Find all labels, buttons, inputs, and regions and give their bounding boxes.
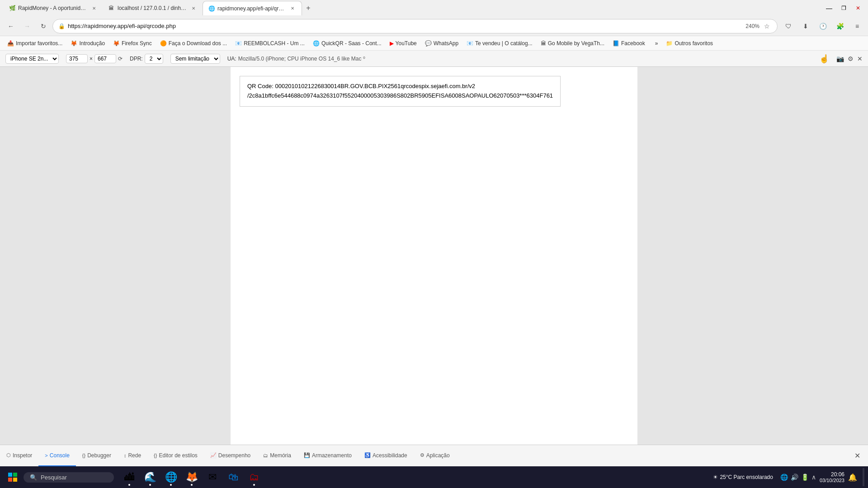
profile-button[interactable]: 🕐 [816, 19, 830, 33]
rotate-icon[interactable]: ⟳ [118, 56, 123, 62]
taskbar-sys-icons: 🌐 🔊 🔋 ∧ [780, 474, 816, 481]
notification-icon[interactable]: 🔔 [848, 473, 857, 482]
viewport-width[interactable] [66, 54, 88, 63]
devtools-tab-performance[interactable]: 📈 Desempenho [204, 445, 257, 466]
taskbar-clock[interactable]: 20:06 03/10/2023 [820, 471, 844, 483]
bookmark-facebook-icon: 📘 [613, 40, 619, 47]
touch-button[interactable]: ☝ [819, 54, 829, 64]
weather-text: 25°C Parc ensolarado [720, 474, 773, 480]
tab-2[interactable]: 🏛 localhost / 127.0.0.1 / dinheiro... ✕ [103, 1, 203, 15]
back-button[interactable]: ← [4, 19, 18, 33]
tab-3-close[interactable]: ✕ [289, 5, 296, 12]
tab-2-favicon: 🏛 [108, 5, 115, 11]
minimize-button[interactable]: — [823, 2, 835, 14]
viewport-size: × ⟳ [66, 54, 123, 63]
shield-button[interactable]: 🛡 [781, 19, 796, 33]
devtools-tab-debugger[interactable]: {} Debugger [76, 445, 118, 466]
devtools-tab-storage[interactable]: 💾 Armazenamento [297, 445, 358, 466]
bookmark-sync-label: Firefox Sync [122, 40, 152, 47]
bookmark-reembol-label: REEMBOLCASH - Um ... [244, 40, 305, 47]
taskbar-app-explorer[interactable]: 🏙 [119, 467, 139, 487]
new-tab-button[interactable]: + [302, 2, 315, 14]
devtools-tab-network[interactable]: ↕ Rede [118, 445, 147, 466]
devtools-tab-storage-label: Armazenamento [312, 452, 352, 459]
throttling-select[interactable]: Sem limitação [170, 54, 220, 64]
close-devtools-icon[interactable]: ✕ [857, 55, 863, 62]
taskbar-app-firefox[interactable]: 🦊 [182, 467, 202, 487]
devtools-close-button[interactable]: ✕ [850, 449, 864, 463]
tab-2-close[interactable]: ✕ [190, 5, 197, 12]
devtools-tab-application[interactable]: ⚙ Aplicação [414, 445, 456, 466]
screenshot-icon[interactable]: 📷 [836, 55, 844, 62]
devtools-tab-inspector[interactable]: ⬡ Inspetor [0, 445, 38, 466]
restore-button[interactable]: ❐ [837, 2, 850, 14]
bookmark-download[interactable]: 🟠 Faça o Download dos ... [156, 39, 231, 48]
devtools-tab-styles[interactable]: {} Editor de estilos [147, 445, 204, 466]
devtools-tab-memory[interactable]: 🗂 Memória [257, 445, 297, 466]
dpr-select[interactable]: 2 [145, 54, 163, 64]
extensions-button[interactable]: 🧩 [833, 19, 847, 33]
bookmark-reembol[interactable]: 📧 REEMBOLCASH - Um ... [231, 39, 308, 48]
storage-icon: 💾 [304, 452, 310, 458]
devtools-tab-network-label: Rede [128, 452, 141, 459]
devtools-device-toolbar: iPhone SE 2n... × ⟳ DPR: 2 Sem limitação… [0, 51, 868, 67]
console-icon: > [45, 453, 47, 458]
chevron-up-icon[interactable]: ∧ [811, 474, 816, 481]
taskbar-app-chrome[interactable]: 🌐 [161, 467, 181, 487]
devtools-tab-accessibility[interactable]: ♿ Acessibilidade [358, 445, 414, 466]
throttling-control: Sem limitação [170, 54, 220, 64]
bookmarks-overflow-icon: » [655, 40, 658, 47]
battery-icon[interactable]: 🔋 [801, 474, 809, 481]
browser-window: 🌿 RapidMoney - A oportunidade... ✕ 🏛 loc… [0, 0, 868, 488]
bookmark-star-button[interactable]: ☆ [762, 23, 772, 30]
nav-right-buttons: 🛡 ⬇ 🕐 🧩 ≡ [781, 19, 864, 33]
performance-icon: 📈 [210, 452, 217, 458]
bookmark-overflow-button[interactable]: » [651, 39, 662, 48]
bookmark-quickqr[interactable]: 🌐 QuickQR - Saas - Cont... [309, 39, 385, 48]
bookmark-facebook[interactable]: 📘 Facebook [609, 39, 649, 48]
tab-3[interactable]: 🌐 rapidmoney.app/efi-api/qrcode.ph... ✕ [203, 1, 302, 15]
taskbar-app-store[interactable]: 🛍 [223, 467, 243, 487]
start-button[interactable] [4, 468, 22, 486]
network-sys-icon[interactable]: 🌐 [780, 474, 788, 481]
address-bar[interactable]: 🔒 https://rapidmoney.app/efi-api/qrcode.… [52, 19, 778, 33]
bookmark-whatsapp[interactable]: 💬 WhatsApp [421, 39, 462, 48]
close-button[interactable]: ✕ [852, 2, 864, 14]
bookmark-tevendeu[interactable]: 📧 Te vendeu | O catálog... [463, 39, 536, 48]
viewport-height[interactable] [94, 54, 116, 63]
bookmark-gomobile-icon: 🏛 [541, 40, 546, 47]
reload-button[interactable]: ↻ [36, 19, 51, 33]
settings-icon[interactable]: ⚙ [848, 55, 854, 62]
qr-code-container: QR Code: 00020101021226830014BR.GOV.BCB.… [240, 76, 561, 107]
page-content: QR Code: 00020101021226830014BR.GOV.BCB.… [231, 67, 637, 116]
bookmark-youtube[interactable]: ▶ YouTube [386, 39, 420, 48]
device-select[interactable]: iPhone SE 2n... [5, 54, 59, 64]
bookmark-import-label: Importar favoritos... [16, 40, 62, 47]
forward-button[interactable]: → [20, 19, 34, 33]
memory-icon: 🗂 [263, 453, 268, 458]
bookmark-import[interactable]: 📥 Importar favoritos... [4, 39, 66, 48]
menu-button[interactable]: ≡ [850, 19, 864, 33]
bookmark-outros[interactable]: 📁 Outros favoritos [662, 39, 717, 48]
devtools-tab-console[interactable]: > Console [38, 445, 75, 466]
bookmark-sync[interactable]: 🦊 Firefox Sync [109, 39, 156, 48]
taskbar-app-edge[interactable]: 🌊 [140, 467, 160, 487]
show-desktop-button[interactable] [863, 468, 864, 486]
bookmark-import-icon: 📥 [7, 40, 14, 47]
bookmark-gomobile[interactable]: 🏛 Go Mobile by VegaTh... [537, 39, 608, 48]
taskbar-app-mail[interactable]: ✉ [203, 467, 222, 487]
taskbar-app-filezilla[interactable]: 🗂 [244, 467, 264, 487]
lock-icon: 🔒 [58, 23, 65, 29]
download-button[interactable]: ⬇ [798, 19, 813, 33]
devtools-tab-performance-label: Desempenho [218, 452, 250, 459]
taskbar-search[interactable]: 🔍 Pesquisar [24, 472, 114, 483]
volume-icon[interactable]: 🔊 [791, 474, 798, 481]
devtools-tab-memory-label: Memória [270, 452, 291, 459]
title-bar: 🌿 RapidMoney - A oportunidade... ✕ 🏛 loc… [0, 0, 868, 16]
tab-1[interactable]: 🌿 RapidMoney - A oportunidade... ✕ [4, 1, 103, 15]
bookmark-intro[interactable]: 🦊 Introdução [67, 39, 108, 48]
taskbar-weather[interactable]: ☀ 25°C Parc ensolarado [709, 474, 777, 480]
devtools-panel: ⬡ Inspetor > Console {} Debugger ↕ Rede … [0, 445, 868, 466]
ua-value: Mozilla/5.0 (iPhone; CPU iPhone OS 14_6 … [238, 56, 365, 62]
tab-1-close[interactable]: ✕ [90, 5, 98, 12]
